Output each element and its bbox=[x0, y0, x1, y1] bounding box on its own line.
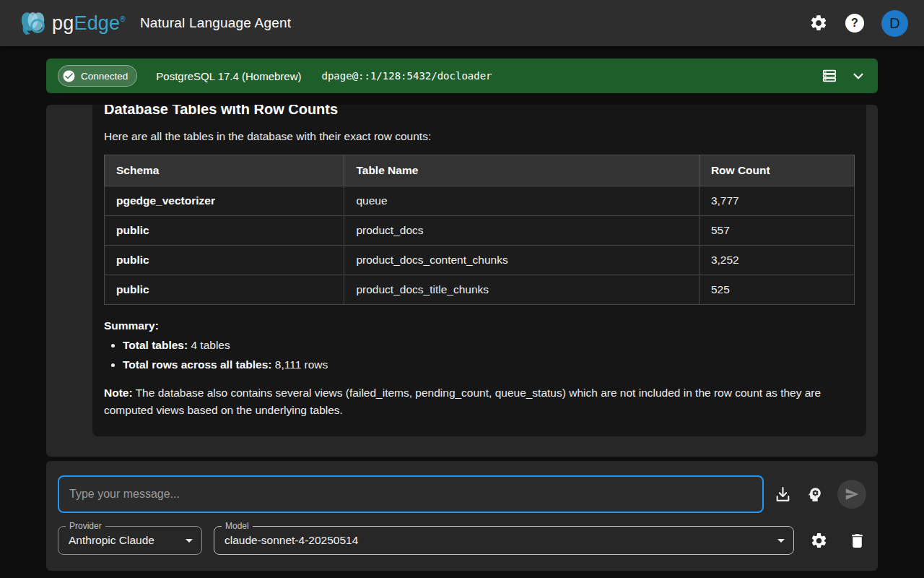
logo-registered-mark: ® bbox=[120, 15, 126, 23]
connection-actions bbox=[821, 68, 866, 84]
cell-row-count: 3,777 bbox=[699, 186, 854, 216]
summary-list: Total tables: 4 tables Total rows across… bbox=[104, 339, 855, 371]
app-header: pgEdge® Natural Language Agent ? D bbox=[0, 0, 924, 46]
avatar: D bbox=[881, 10, 908, 37]
help-button[interactable]: ? bbox=[845, 14, 864, 33]
model-value: claude-sonnet-4-20250514 bbox=[225, 534, 358, 547]
composer-input-row bbox=[58, 475, 866, 513]
cell-schema: public bbox=[105, 246, 344, 275]
bullet-value: 4 tables bbox=[188, 339, 230, 351]
send-button[interactable] bbox=[837, 480, 866, 509]
cell-table-name: product_docs_content_chunks bbox=[344, 246, 699, 275]
cell-table-name: product_docs_title_chunks bbox=[344, 275, 699, 305]
model-settings-button[interactable] bbox=[810, 532, 828, 550]
psychology-icon bbox=[806, 486, 824, 504]
check-circle-icon bbox=[62, 69, 76, 83]
download-button[interactable] bbox=[774, 486, 792, 504]
user-menu-button[interactable]: D bbox=[881, 10, 908, 37]
message-heading: Database Tables with Row Counts bbox=[104, 105, 855, 118]
note-text: The database also contains several views… bbox=[104, 387, 821, 416]
server-version-label: PostgreSQL 17.4 (Homebrew) bbox=[156, 70, 301, 82]
cell-row-count: 557 bbox=[699, 216, 854, 246]
message-intro: Here are all the tables in the database … bbox=[104, 129, 855, 143]
summary-heading: Summary: bbox=[104, 319, 855, 332]
clear-chat-button[interactable] bbox=[848, 532, 866, 550]
column-header-row-count: Row Count bbox=[699, 155, 854, 186]
pgedge-logo-text: pgEdge® bbox=[52, 12, 126, 35]
connection-list-button[interactable] bbox=[821, 68, 837, 84]
trash-icon bbox=[848, 532, 866, 550]
gear-icon bbox=[809, 14, 828, 33]
bullet-label: Total tables: bbox=[123, 339, 188, 351]
table-row: public product_docs_title_chunks 525 bbox=[105, 275, 855, 305]
chevron-down-icon bbox=[850, 68, 866, 84]
table-row: public product_docs 557 bbox=[105, 216, 855, 246]
column-header-table-name: Table Name bbox=[344, 155, 699, 186]
connection-string: dpage@::1/128:5432/docloader bbox=[322, 70, 492, 82]
bullet-label: Total rows across all tables: bbox=[123, 358, 271, 371]
download-icon bbox=[774, 486, 792, 504]
list-item: Total tables: 4 tables bbox=[123, 339, 855, 352]
provider-label: Provider bbox=[66, 521, 105, 531]
model-label: Model bbox=[222, 521, 253, 531]
provider-value: Anthropic Claude bbox=[69, 534, 154, 547]
cell-row-count: 3,252 bbox=[699, 246, 854, 275]
list-item: Total rows across all tables: 8,111 rows bbox=[123, 358, 855, 371]
pgedge-logo-icon bbox=[16, 6, 51, 40]
settings-button[interactable] bbox=[809, 14, 828, 33]
composer-panel: Provider Anthropic Claude Model claude-s… bbox=[46, 461, 878, 571]
composer-settings-row: Provider Anthropic Claude Model claude-s… bbox=[58, 526, 866, 555]
logo-pg: pg bbox=[52, 12, 74, 35]
note-label: Note: bbox=[104, 387, 133, 399]
connection-banner: Connected PostgreSQL 17.4 (Homebrew) dpa… bbox=[46, 59, 878, 93]
composer-settings-actions bbox=[810, 532, 866, 550]
list-rows-icon bbox=[821, 68, 837, 84]
table-header-row: Schema Table Name Row Count bbox=[105, 155, 855, 186]
db-tables-table: Schema Table Name Row Count pgedge_vecto… bbox=[104, 155, 855, 305]
provider-select[interactable]: Provider Anthropic Claude bbox=[58, 526, 202, 555]
message-note: Note: The database also contains several… bbox=[104, 384, 855, 419]
composer-input-actions bbox=[774, 480, 866, 509]
table-row: public product_docs_content_chunks 3,252 bbox=[105, 246, 855, 275]
cell-schema: public bbox=[105, 275, 344, 305]
logo-edge: Edge bbox=[74, 12, 120, 35]
model-select[interactable]: Model claude-sonnet-4-20250514 bbox=[214, 526, 794, 555]
cell-schema: pgedge_vectorizer bbox=[105, 186, 344, 216]
gear-icon bbox=[810, 532, 828, 550]
connection-status-label: Connected bbox=[81, 71, 128, 82]
cell-schema: public bbox=[105, 216, 344, 246]
connection-status-badge: Connected bbox=[58, 65, 137, 87]
header-actions: ? D bbox=[809, 10, 908, 37]
cell-table-name: product_docs bbox=[344, 216, 699, 246]
pgedge-logo: pgEdge® bbox=[16, 6, 126, 40]
bullet-value: 8,111 rows bbox=[271, 358, 328, 371]
banner-collapse-button[interactable] bbox=[850, 68, 866, 84]
table-row: pgedge_vectorizer queue 3,777 bbox=[105, 186, 855, 216]
send-icon bbox=[844, 486, 860, 502]
help-icon: ? bbox=[845, 14, 864, 33]
dropdown-caret-icon bbox=[186, 539, 193, 543]
cell-row-count: 525 bbox=[699, 275, 854, 305]
page-title: Natural Language Agent bbox=[140, 15, 291, 31]
assistant-message: Database Tables with Row Counts Here are… bbox=[92, 105, 866, 436]
cell-table-name: queue bbox=[344, 186, 699, 216]
dropdown-caret-icon bbox=[777, 539, 785, 543]
prompt-tools-button[interactable] bbox=[806, 486, 824, 504]
column-header-schema: Schema bbox=[105, 155, 344, 186]
chat-history[interactable]: Database Tables with Row Counts Here are… bbox=[46, 105, 878, 457]
message-input[interactable] bbox=[58, 475, 764, 513]
